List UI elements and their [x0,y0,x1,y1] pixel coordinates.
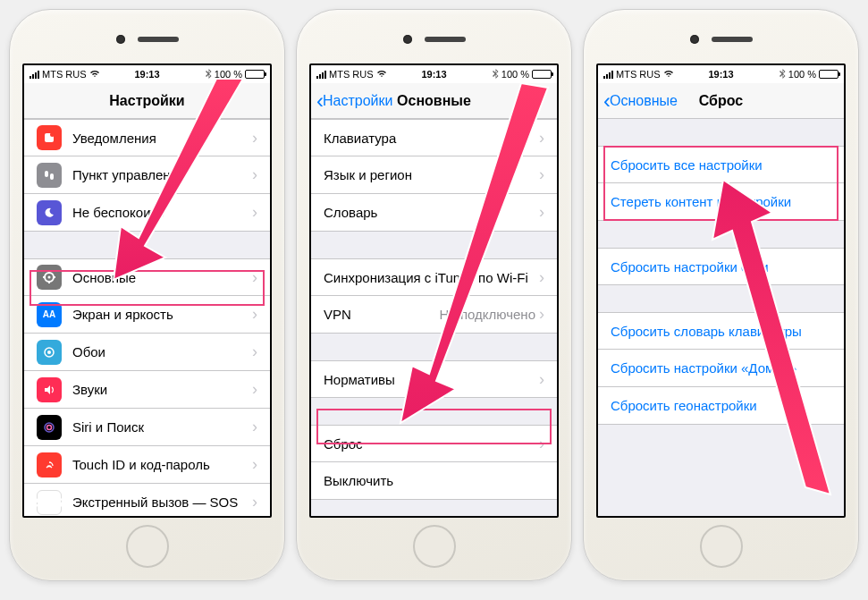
erase-all-content[interactable]: Стереть контент и настройки [598,183,844,221]
back-button[interactable]: ‹ Настройки [316,90,392,112]
settings-item-do-not-disturb[interactable]: Не беспокоить › [24,194,270,232]
settings-item-keyboard[interactable]: Клавиатура › [311,119,557,156]
chevron-right-icon: › [539,268,544,287]
settings-item-language[interactable]: Язык и регион › [311,156,557,194]
svg-point-12 [45,423,54,432]
cell-label: Клавиатура [324,131,539,146]
home-button[interactable] [413,525,456,568]
bluetooth-icon [206,69,212,80]
settings-item-sounds[interactable]: Звуки › [24,371,270,409]
moon-icon [37,200,62,225]
settings-item-notifications[interactable]: Уведомления › [24,119,270,156]
settings-item-dictionary[interactable]: Словарь › [311,194,557,232]
chevron-right-icon: › [252,493,257,511]
battery-icon [245,70,265,79]
settings-list[interactable]: Уведомления › Пункт управления › Не бесп… [24,119,270,516]
chevron-right-icon: › [539,165,544,184]
chevron-right-icon: › [252,418,257,436]
settings-item-control-center[interactable]: Пункт управления › [24,156,270,194]
settings-item-siri[interactable]: Siri и Поиск › [24,409,270,446]
cell-label: Язык и регион [324,167,539,182]
phone-speaker [403,35,466,44]
svg-point-11 [47,351,51,354]
phone-speaker [116,35,179,44]
settings-item-vpn[interactable]: VPN Не подключено › [311,296,557,334]
settings-item-reset[interactable]: Сброс › [311,425,557,462]
cell-label: Синхронизация с iTunes по Wi-Fi [324,270,539,285]
svg-point-5 [48,276,51,279]
settings-item-touchid[interactable]: Touch ID и код-пароль › [24,446,270,484]
gear-icon [37,265,62,290]
chevron-right-icon: › [539,370,544,389]
chevron-right-icon: › [252,203,257,222]
settings-item-display[interactable]: AA Экран и яркость › [24,296,270,334]
battery-icon [819,70,839,79]
phone-frame-2: MTS RUS 19:13 100 % ‹ Настройки Основные [296,9,572,581]
cell-detail: Не подключено [440,307,535,322]
screen-1: MTS RUS 19:13 100 % Настройки [22,63,272,518]
home-button[interactable] [126,525,169,568]
carrier-label: MTS RUS [616,69,661,80]
svg-rect-2 [45,171,48,177]
battery-pct: 100 % [215,69,242,80]
reset-list[interactable]: Сбросить все настройки Стереть контент и… [598,119,844,516]
page-title: Настройки [109,93,184,109]
notifications-icon [37,125,62,150]
signal-icon [316,71,326,79]
chevron-right-icon: › [252,380,257,399]
reset-network-settings[interactable]: Сбросить настройки сети [598,248,844,285]
svg-point-13 [47,425,52,429]
clock: 19:13 [421,69,446,80]
chevron-right-icon: › [539,203,544,222]
settings-item-shutdown[interactable]: Выключить [311,462,557,500]
cell-label: Siri и Поиск [72,419,252,435]
svg-rect-3 [50,173,54,180]
status-bar: MTS RUS 19:13 100 % [311,65,557,83]
chevron-right-icon: › [252,268,257,287]
cell-label: Звуки [72,382,252,397]
status-bar: MTS RUS 19:13 100 % [24,65,270,83]
cell-label: Экран и яркость [72,307,252,322]
back-label: Настройки [323,93,392,109]
reset-home-layout[interactable]: Сбросить настройки «Домой» [598,350,844,387]
general-list[interactable]: Клавиатура › Язык и регион › Словарь › С… [311,119,557,516]
nav-bar: ‹ Настройки Основные [311,83,557,119]
display-icon: AA [37,302,62,327]
page-title: Основные [397,93,471,109]
chevron-right-icon: › [539,435,544,453]
settings-item-itunes-sync[interactable]: Синхронизация с iTunes по Wi-Fi › [311,258,557,296]
wifi-icon [376,69,387,80]
reset-all-settings[interactable]: Сбросить все настройки [598,146,844,183]
back-button[interactable]: ‹ Основные [603,90,678,112]
control-center-icon [37,163,62,188]
battery-pct: 100 % [501,69,529,80]
settings-item-regulatory[interactable]: Нормативы › [311,360,557,398]
cell-label: Основные [72,270,252,285]
bluetooth-icon [780,69,786,80]
cell-label: Сбросить настройки сети [611,259,831,275]
settings-item-wallpaper[interactable]: Обои › [24,334,270,371]
chevron-right-icon: › [539,305,544,324]
cell-label: Экстренный вызов — SOS [72,494,252,510]
clock: 19:13 [708,69,733,80]
battery-pct: 100 % [788,69,816,80]
phone-frame-3: MTS RUS 19:13 100 % ‹ Основные Сброс [583,9,859,581]
chevron-right-icon: › [539,129,544,148]
settings-item-general[interactable]: Основные › [24,258,270,296]
cell-label: Пункт управления [72,167,252,182]
home-button[interactable] [700,525,743,568]
chevron-right-icon: › [252,129,257,148]
cell-label: Touch ID и код-пароль [72,457,252,472]
back-label: Основные [610,93,678,109]
cell-label: Нормативы [324,372,539,387]
settings-item-sos[interactable]: SOS Экстренный вызов — SOS › [24,484,270,516]
status-bar: MTS RUS 19:13 100 % [598,65,844,83]
siri-icon [37,415,62,440]
signal-icon [603,71,613,79]
reset-keyboard-dictionary[interactable]: Сбросить словарь клавиатуры [598,312,844,350]
wallpaper-icon [37,340,62,365]
wifi-icon [89,69,100,80]
cell-label: Уведомления [72,131,252,146]
reset-location-privacy[interactable]: Сбросить геонастройки [598,387,844,425]
chevron-right-icon: › [252,342,257,361]
